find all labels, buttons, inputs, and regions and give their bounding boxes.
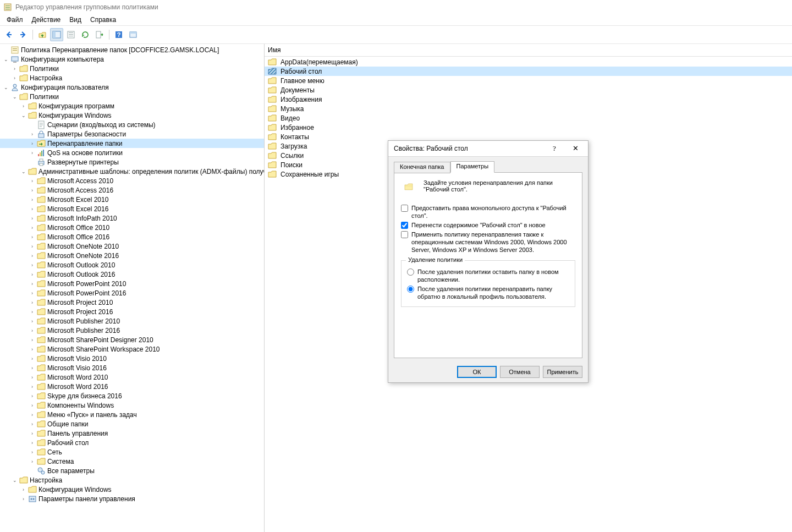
expand-icon[interactable]: › bbox=[29, 336, 36, 343]
expand-icon[interactable]: › bbox=[29, 224, 36, 231]
tree-adm-9[interactable]: ›Microsoft Outlook 2010 bbox=[0, 260, 264, 270]
list-item[interactable]: Документы bbox=[265, 85, 792, 95]
radio-leave-folder[interactable]: После удаления политики оставить папку в… bbox=[407, 268, 569, 283]
tree-adm-5[interactable]: ›Microsoft Office 2010 bbox=[0, 223, 264, 232]
expand-icon[interactable]: › bbox=[20, 495, 27, 502]
list-item[interactable]: Изображения bbox=[265, 95, 792, 104]
cancel-button[interactable]: Отмена bbox=[500, 366, 540, 378]
dialog-title-bar[interactable]: Свойства: Рабочий стол ? ✕ bbox=[388, 141, 588, 157]
list-item[interactable]: AppData(перемещаемая) bbox=[265, 57, 792, 67]
expand-icon[interactable]: › bbox=[29, 364, 36, 371]
tree-adm-20[interactable]: ›Microsoft Visio 2016 bbox=[0, 363, 264, 372]
expand-icon[interactable]: › bbox=[29, 149, 36, 156]
list-item[interactable]: Музыка bbox=[265, 104, 792, 113]
tree-adm-26[interactable]: ›Общие папки bbox=[0, 419, 264, 429]
tree-adm-18[interactable]: ›Microsoft SharePoint Workspace 2010 bbox=[0, 344, 264, 354]
tree-adm-10[interactable]: ›Microsoft Outlook 2016 bbox=[0, 270, 264, 279]
tree-pane[interactable]: Политика Перенаправление папок [DCOFFICE… bbox=[0, 44, 265, 532]
tree-adm-11[interactable]: ›Microsoft PowerPoint 2010 bbox=[0, 279, 264, 288]
expand-icon[interactable]: › bbox=[29, 327, 36, 334]
list-item[interactable]: Видео bbox=[265, 113, 792, 123]
expand-icon[interactable]: › bbox=[29, 130, 36, 138]
show-hide-tree-button[interactable] bbox=[50, 28, 63, 41]
expand-icon[interactable]: › bbox=[29, 215, 36, 222]
expand-icon[interactable]: › bbox=[11, 65, 18, 72]
expand-icon[interactable]: › bbox=[20, 102, 27, 109]
expand-icon[interactable]: › bbox=[29, 233, 36, 240]
tab-settings[interactable]: Параметры bbox=[450, 161, 495, 173]
tree-adm-1[interactable]: ›Microsoft Access 2016 bbox=[0, 185, 264, 195]
list-item[interactable]: Рабочий стол bbox=[265, 67, 792, 76]
back-button[interactable] bbox=[2, 28, 15, 41]
tree-scripts[interactable]: Сценарии (вход/выход из системы) bbox=[0, 120, 264, 129]
tree-cc-policies[interactable]: ›Политики bbox=[0, 64, 264, 73]
menu-help[interactable]: Справка bbox=[86, 15, 120, 25]
collapse-icon[interactable]: ⌄ bbox=[2, 56, 9, 63]
expand-icon[interactable]: › bbox=[29, 355, 36, 362]
menu-view[interactable]: Вид bbox=[65, 15, 86, 25]
ok-button[interactable]: ОК bbox=[457, 366, 497, 378]
tree-adm-28[interactable]: ›Рабочий стол bbox=[0, 438, 264, 447]
expand-icon[interactable]: › bbox=[29, 458, 36, 465]
radio-redirect-back[interactable]: После удаления политики перенаправить па… bbox=[407, 285, 569, 300]
apply-button[interactable]: Применить bbox=[543, 366, 582, 378]
expand-icon[interactable]: › bbox=[29, 402, 36, 409]
dialog-help-button[interactable]: ? bbox=[544, 142, 565, 155]
collapse-icon[interactable]: ⌄ bbox=[11, 476, 18, 484]
checkbox-exclusive-rights[interactable]: Предоставить права монопольного доступа … bbox=[401, 204, 575, 220]
list-item[interactable]: Избранное bbox=[265, 123, 792, 132]
expand-icon[interactable]: › bbox=[29, 420, 36, 427]
expand-icon[interactable]: › bbox=[29, 448, 36, 456]
tree-uc-preferences[interactable]: ⌄Настройка bbox=[0, 475, 264, 485]
filter-button[interactable] bbox=[127, 28, 140, 41]
tree-admin-templates[interactable]: ⌄Административные шаблоны: определения п… bbox=[0, 167, 264, 176]
tree-folder-redirection[interactable]: ›Перенаправление папки bbox=[0, 139, 264, 148]
expand-icon[interactable]: › bbox=[29, 205, 36, 212]
tree-user-config[interactable]: ⌄Конфигурация пользователя bbox=[0, 83, 264, 92]
expand-icon[interactable]: › bbox=[29, 289, 36, 297]
list-column-header[interactable]: Имя bbox=[265, 44, 792, 57]
expand-icon[interactable]: › bbox=[29, 261, 36, 268]
up-button[interactable] bbox=[36, 28, 49, 41]
tree-adm-16[interactable]: ›Microsoft Publisher 2016 bbox=[0, 326, 264, 335]
expand-icon[interactable]: › bbox=[29, 374, 36, 381]
expand-icon[interactable]: › bbox=[29, 271, 36, 278]
list-item[interactable]: Главное меню bbox=[265, 76, 792, 85]
expand-icon[interactable]: › bbox=[29, 345, 36, 353]
tree-adm-21[interactable]: ›Microsoft Word 2010 bbox=[0, 372, 264, 382]
checkbox-move-contents[interactable]: Перенести содержимое "Рабочий стол" в но… bbox=[401, 221, 575, 229]
expand-icon[interactable]: › bbox=[29, 411, 36, 418]
dialog-close-button[interactable]: ✕ bbox=[565, 142, 586, 155]
expand-icon[interactable]: › bbox=[29, 308, 36, 315]
tree-adm-4[interactable]: ›Microsoft InfoPath 2010 bbox=[0, 213, 264, 223]
expand-icon[interactable]: › bbox=[29, 430, 36, 437]
properties-button[interactable] bbox=[64, 28, 78, 41]
expand-icon[interactable]: › bbox=[29, 299, 36, 306]
tree-pref-windows[interactable]: ›Конфигурация Windows bbox=[0, 485, 264, 494]
tree-adm-14[interactable]: ›Microsoft Project 2016 bbox=[0, 307, 264, 316]
tab-target[interactable]: Конечная папка bbox=[394, 162, 450, 173]
tree-adm-0[interactable]: ›Microsoft Access 2010 bbox=[0, 176, 264, 185]
tree-computer-config[interactable]: ⌄Конфигурация компьютера bbox=[0, 54, 264, 64]
refresh-button[interactable] bbox=[79, 28, 92, 41]
tree-adm-25[interactable]: ›Меню «Пуск» и панель задач bbox=[0, 410, 264, 419]
expand-icon[interactable]: › bbox=[29, 383, 36, 390]
help-button[interactable]: ? bbox=[112, 28, 125, 41]
expand-icon[interactable]: › bbox=[11, 74, 18, 81]
expand-icon[interactable]: › bbox=[20, 486, 27, 493]
expand-icon[interactable]: › bbox=[29, 439, 36, 446]
expand-icon[interactable]: › bbox=[29, 243, 36, 250]
tree-qos[interactable]: ›QoS на основе политики bbox=[0, 148, 264, 157]
tree-adm-19[interactable]: ›Microsoft Visio 2010 bbox=[0, 354, 264, 363]
export-button[interactable] bbox=[93, 28, 106, 41]
tree-root[interactable]: Политика Перенаправление папок [DCOFFICE… bbox=[0, 45, 264, 54]
expand-icon[interactable]: › bbox=[29, 177, 36, 184]
menu-action[interactable]: Действие bbox=[28, 15, 65, 25]
tree-adm-30[interactable]: ›Система bbox=[0, 457, 264, 466]
tree-adm-13[interactable]: ›Microsoft Project 2010 bbox=[0, 298, 264, 307]
forward-button[interactable] bbox=[16, 28, 30, 41]
expand-icon[interactable]: › bbox=[29, 187, 36, 194]
tree-adm-23[interactable]: ›Skype для бизнеса 2016 bbox=[0, 391, 264, 401]
tree-adm-3[interactable]: ›Microsoft Excel 2016 bbox=[0, 204, 264, 213]
tree-pref-control-panel[interactable]: ›Параметры панели управления bbox=[0, 494, 264, 503]
